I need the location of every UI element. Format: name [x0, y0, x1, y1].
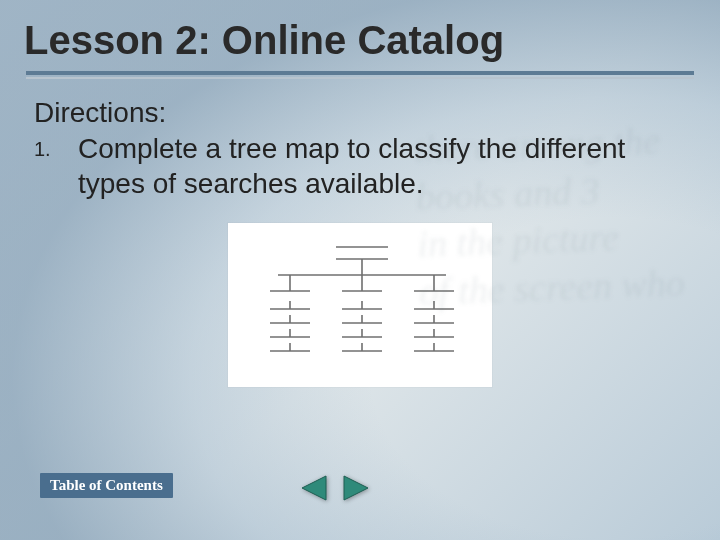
list-item: 1. Complete a tree map to classify the d…: [34, 131, 686, 201]
table-of-contents-button[interactable]: Table of Contents: [40, 473, 173, 498]
next-arrow-icon[interactable]: [342, 474, 372, 502]
slide-body: Directions: 1. Complete a tree map to cl…: [0, 79, 720, 387]
treemap-thumbnail: [228, 223, 492, 387]
divider-thick: [26, 71, 694, 75]
directions-heading: Directions:: [34, 97, 686, 129]
slide: there among thebooks and 3in the picture…: [0, 0, 720, 540]
nav-controls: [298, 474, 372, 502]
svg-marker-35: [344, 476, 368, 500]
title-area: Lesson 2: Online Catalog: [0, 0, 720, 69]
prev-arrow-icon[interactable]: [298, 474, 328, 502]
treemap-icon: [228, 223, 492, 387]
svg-marker-34: [302, 476, 326, 500]
item-text: Complete a tree map to classify the diff…: [78, 131, 686, 201]
slide-title: Lesson 2: Online Catalog: [24, 18, 696, 63]
item-number: 1.: [34, 131, 78, 201]
